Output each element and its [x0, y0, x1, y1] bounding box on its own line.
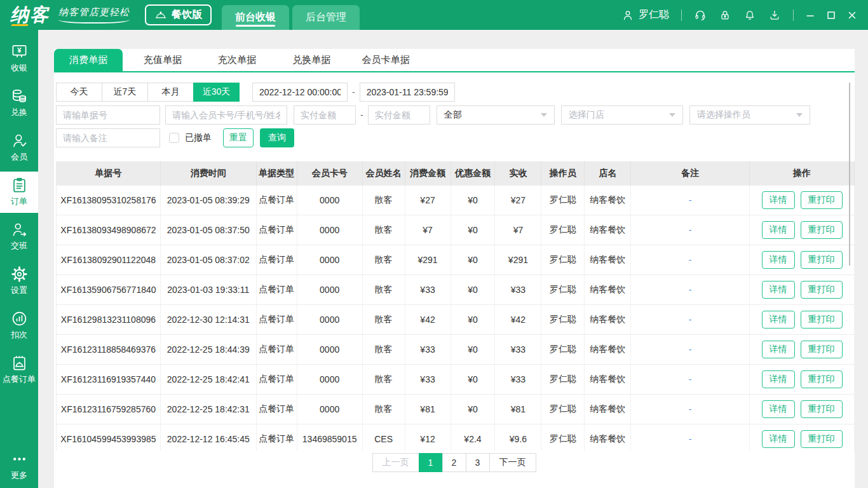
cell-remark: - — [631, 305, 750, 334]
sidebar-item-orders[interactable]: 订单 — [0, 172, 38, 213]
date-from-input[interactable] — [252, 83, 348, 102]
sidebar-item-label: 兑换 — [11, 107, 27, 118]
cell-time: 2022-12-25 18:44:39 — [161, 335, 257, 364]
tab-consume-bills[interactable]: 消费单据 — [54, 49, 123, 71]
chevron-down-icon — [796, 113, 803, 117]
reprint-button[interactable]: 重打印 — [801, 341, 843, 358]
user-account[interactable]: 罗仁聪 — [621, 8, 669, 22]
reprint-button[interactable]: 重打印 — [801, 311, 843, 329]
topbar-nav: 前台收银 后台管理 — [222, 5, 360, 30]
cell-bill-no: XF16104599453993985 — [57, 424, 161, 451]
detail-button[interactable]: 详情 — [762, 221, 795, 239]
member-search-input[interactable] — [165, 105, 287, 125]
page-button-2[interactable]: 2 — [442, 453, 466, 472]
nav-tab-front-cashier[interactable]: 前台收银 — [222, 5, 289, 30]
reprint-button[interactable]: 重打印 — [801, 370, 843, 388]
cell-card-no: 13469859015 — [297, 424, 363, 451]
paid-amount-max-input[interactable] — [368, 105, 430, 125]
bill-no-input[interactable] — [56, 105, 160, 125]
minimize-icon[interactable] — [806, 11, 815, 20]
preset-30days-button[interactable]: 近30天 — [193, 83, 240, 102]
pagination-prev-button[interactable]: 上一页 — [372, 453, 419, 472]
cell-operator: 罗仁聪 — [541, 186, 585, 215]
header-cell: 操作员 — [541, 161, 585, 186]
bill-type-select[interactable]: 全部 — [437, 105, 555, 125]
tab-member-card-bills[interactable]: 会员卡单据 — [351, 49, 420, 71]
sidebar-item-more[interactable]: 更多 — [0, 445, 38, 487]
sidebar-item-cashier[interactable]: ¥ 收银 — [0, 38, 38, 79]
reprint-button[interactable]: 重打印 — [801, 251, 843, 269]
nav-tab-back-office[interactable]: 后台管理 — [292, 5, 360, 30]
tab-exchange-bills[interactable]: 兑换单据 — [277, 49, 346, 71]
reprint-button[interactable]: 重打印 — [801, 221, 843, 239]
table-row: XF161231167592857602022-12-25 18:42:31点餐… — [57, 395, 855, 424]
sidebar-item-exchange[interactable]: 兑换 — [0, 83, 38, 124]
sidebar-item-meal-orders[interactable]: 点餐订单 — [0, 349, 38, 391]
preset-month-button[interactable]: 本月 — [147, 83, 194, 102]
close-icon[interactable] — [848, 11, 857, 20]
cell-bill-no: XF16138095310258176 — [57, 186, 161, 215]
detail-button[interactable]: 详情 — [762, 311, 795, 329]
detail-button[interactable]: 详情 — [762, 430, 795, 448]
sidebar-item-deduct[interactable]: 扣次 — [0, 305, 38, 346]
reprint-button[interactable]: 重打印 — [801, 400, 843, 418]
reset-button[interactable]: 重置 — [223, 128, 254, 147]
version-button[interactable]: 餐饮版 — [145, 4, 212, 25]
svg-text:¥: ¥ — [17, 46, 22, 54]
sidebar-item-member[interactable]: 会员 — [0, 127, 38, 168]
store-select-placeholder: 选择门店 — [569, 109, 604, 121]
pagination-next-button[interactable]: 下一页 — [489, 453, 536, 472]
store-select[interactable]: 选择门店 — [561, 105, 683, 125]
cell-time: 2023-01-05 08:37:02 — [161, 245, 257, 274]
cell-bill-no: XF16123116919357440 — [57, 365, 161, 394]
cell-remark: - — [631, 365, 750, 394]
sidebar-item-shift[interactable]: 交班 — [0, 216, 38, 257]
tab-recharge-count-bills[interactable]: 充次单据 — [203, 49, 271, 71]
header-cell: 实收 — [495, 161, 541, 186]
reprint-button[interactable]: 重打印 — [801, 191, 843, 209]
lock-icon[interactable] — [719, 9, 731, 22]
preset-7days-button[interactable]: 近7天 — [102, 83, 148, 102]
cell-amount: ¥42 — [405, 305, 451, 334]
cell-member: 散客 — [363, 245, 405, 274]
table-header-row: 单据号消费时间单据类型会员卡号会员姓名消费金额优惠金额实收操作员店名备注操作 — [57, 161, 855, 186]
reprint-button[interactable]: 重打印 — [801, 430, 843, 448]
cell-actions: 详情重打印 — [750, 186, 855, 215]
voided-checkbox[interactable] — [169, 133, 179, 143]
tab-recharge-bills[interactable]: 充值单据 — [128, 49, 197, 71]
cell-discount: ¥0 — [451, 245, 496, 274]
header-cell: 优惠金额 — [451, 161, 496, 186]
vertical-scrollbar[interactable] — [849, 83, 850, 266]
table-row: XF161298132311080962022-12-30 12:14:31点餐… — [57, 305, 855, 335]
detail-button[interactable]: 详情 — [762, 370, 795, 388]
bills-table: 单据号消费时间单据类型会员卡号会员姓名消费金额优惠金额实收操作员店名备注操作 X… — [56, 161, 855, 451]
bell-icon[interactable] — [743, 9, 756, 22]
search-button[interactable]: 查询 — [260, 128, 294, 147]
maximize-icon[interactable] — [827, 11, 836, 20]
headset-icon[interactable] — [694, 9, 707, 22]
sidebar-item-settings[interactable]: 设置 — [0, 261, 38, 302]
cell-operator: 罗仁聪 — [541, 335, 585, 364]
reprint-button[interactable]: 重打印 — [801, 281, 843, 299]
cell-member: 散客 — [363, 335, 405, 364]
paid-amount-min-input[interactable] — [294, 105, 356, 125]
cell-card-no: 0000 — [297, 186, 363, 215]
date-to-input[interactable] — [360, 83, 455, 102]
detail-button[interactable]: 详情 — [762, 341, 795, 358]
member-icon — [11, 132, 28, 149]
operator-select[interactable]: 请选择操作员 — [689, 105, 810, 125]
detail-button[interactable]: 详情 — [762, 281, 795, 299]
detail-button[interactable]: 详情 — [762, 251, 795, 269]
cell-operator: 罗仁聪 — [541, 424, 585, 451]
detail-button[interactable]: 详情 — [762, 400, 795, 418]
cell-remark: - — [631, 245, 750, 274]
page-button-3[interactable]: 3 — [466, 453, 490, 472]
page-button-1[interactable]: 1 — [419, 453, 443, 472]
header-cell: 单据号 — [57, 161, 161, 186]
cell-amount: ¥33 — [405, 335, 451, 364]
remark-input[interactable] — [56, 128, 160, 147]
detail-button[interactable]: 详情 — [762, 191, 795, 209]
voided-checkbox-label: 已撤单 — [185, 132, 212, 144]
preset-today-button[interactable]: 今天 — [56, 83, 102, 102]
download-icon[interactable] — [768, 9, 781, 22]
